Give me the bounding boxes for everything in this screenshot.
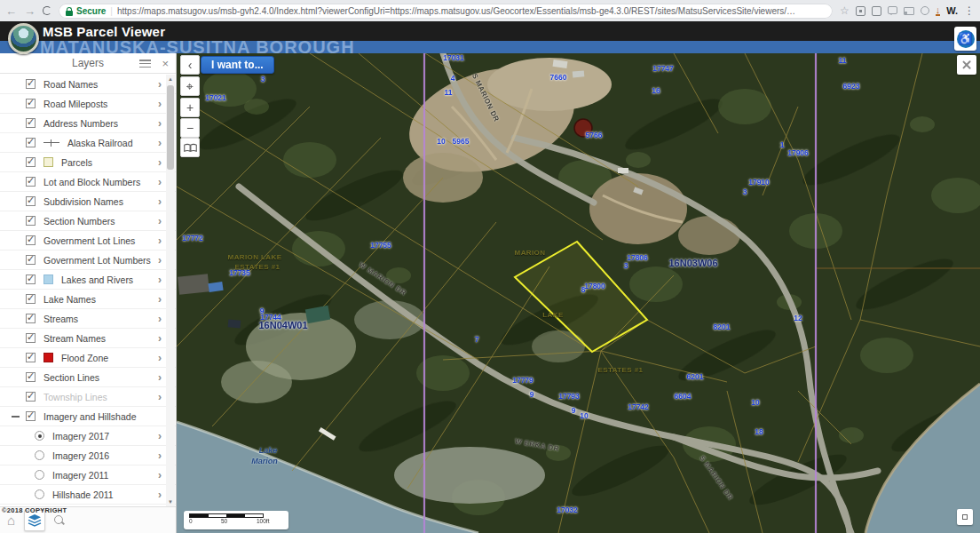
layer-item[interactable]: Imagery 2011› — [0, 465, 176, 485]
layer-checkbox[interactable] — [26, 255, 36, 265]
bookmarks-button[interactable] — [180, 138, 200, 157]
extension-circle-icon[interactable] — [921, 6, 929, 15]
scrollbar-thumb[interactable] — [167, 85, 174, 170]
search-icon[interactable] — [54, 515, 65, 526]
chevron-right-icon[interactable]: › — [158, 489, 162, 501]
cast-icon[interactable] — [904, 7, 914, 15]
layer-item[interactable]: Government Lot Numbers› — [0, 251, 176, 270]
layer-item[interactable]: Lake Names› — [0, 290, 176, 309]
layer-checkbox[interactable] — [26, 177, 36, 187]
chevron-right-icon[interactable]: › — [158, 293, 162, 306]
chevron-right-icon[interactable]: › — [158, 449, 162, 462]
layer-item[interactable]: Hillshade 2011› — [0, 485, 176, 505]
chevron-right-icon[interactable]: › — [158, 176, 162, 188]
panel-menu-icon[interactable] — [139, 60, 151, 68]
browser-reload-icon[interactable] — [43, 6, 51, 15]
layer-checkbox[interactable] — [26, 118, 36, 128]
collapse-panel-button[interactable]: ‹ — [180, 55, 200, 75]
layer-item[interactable]: Parcels› — [0, 153, 176, 172]
map-canvas[interactable]: 1702131117031476601774716116923105965576… — [177, 53, 980, 533]
layer-item[interactable]: Streams› — [0, 309, 176, 329]
layer-item[interactable]: Government Lot Lines› — [0, 231, 176, 251]
chevron-right-icon[interactable]: › — [158, 391, 162, 403]
collapse-minus-icon[interactable] — [12, 416, 20, 418]
chevron-right-icon[interactable]: › — [158, 352, 162, 364]
zoom-in-button[interactable]: + — [180, 98, 200, 117]
chevron-right-icon[interactable]: › — [158, 235, 162, 247]
chevron-right-icon[interactable]: › — [158, 274, 162, 286]
chat-extension-icon[interactable] — [888, 6, 897, 14]
layer-item[interactable]: Stream Names› — [0, 329, 176, 348]
extension-icon[interactable] — [856, 6, 865, 16]
accessibility-button[interactable]: ♿ — [954, 27, 976, 51]
layer-checkbox[interactable] — [26, 274, 36, 284]
chevron-right-icon[interactable]: › — [158, 156, 162, 169]
layer-checkbox[interactable] — [26, 157, 36, 167]
map-tools-button[interactable] — [957, 55, 976, 75]
chevron-right-icon[interactable]: › — [158, 469, 162, 481]
layers-scrollbar[interactable]: ▲ ▼ — [166, 75, 175, 506]
layer-item[interactable]: Section Numbers› — [0, 211, 176, 231]
layer-checkbox[interactable] — [26, 196, 36, 206]
download-icon[interactable]: ↓ — [936, 6, 941, 16]
extension-icon[interactable] — [872, 6, 881, 16]
layer-item[interactable]: Road Names› — [0, 75, 176, 94]
layer-item[interactable]: Subdivision Names› — [0, 192, 176, 211]
scroll-down-icon[interactable]: ▼ — [166, 497, 175, 506]
layer-checkbox[interactable] — [26, 216, 36, 226]
layer-checkbox[interactable] — [26, 235, 36, 245]
chevron-right-icon[interactable]: › — [158, 78, 162, 91]
layer-item[interactable]: Township Lines› — [0, 387, 176, 407]
layer-item[interactable]: Imagery and Hillshade — [0, 407, 176, 426]
chevron-right-icon[interactable]: › — [158, 215, 162, 227]
chevron-right-icon[interactable]: › — [158, 313, 162, 325]
layer-item[interactable]: Flood Zone› — [0, 348, 176, 368]
layer-checkbox[interactable] — [26, 314, 36, 323]
layer-checkbox[interactable] — [26, 392, 36, 402]
chevron-right-icon[interactable]: › — [158, 117, 162, 130]
layer-item[interactable]: Lakes and Rivers› — [0, 270, 176, 290]
layer-item[interactable]: Imagery 2016› — [0, 446, 176, 465]
scroll-up-icon[interactable]: ▲ — [166, 75, 175, 84]
layer-item[interactable]: Road Mileposts› — [0, 94, 176, 114]
layer-checkbox[interactable] — [26, 138, 36, 147]
chevron-right-icon[interactable]: › — [158, 254, 162, 266]
layer-radio[interactable] — [35, 489, 44, 499]
layer-label: Road Mileposts — [43, 99, 107, 109]
browser-forward-icon[interactable]: → — [24, 5, 36, 17]
home-icon[interactable]: ⌂ — [7, 513, 15, 528]
browser-menu-icon[interactable]: ⋮ — [964, 4, 975, 17]
chevron-right-icon[interactable]: › — [158, 371, 162, 384]
layer-item[interactable]: Lot and Block Numbers› — [0, 172, 176, 192]
layer-checkbox[interactable] — [26, 79, 36, 89]
bookmark-star-icon[interactable]: ☆ — [840, 4, 850, 17]
layer-checkbox[interactable] — [26, 99, 36, 108]
chevron-right-icon[interactable]: › — [158, 430, 162, 442]
open-book-icon — [184, 143, 197, 153]
locate-button[interactable]: ⌖ — [180, 76, 200, 96]
address-bar[interactable]: Secure | https://maps.matsugov.us/msb-gv… — [59, 4, 833, 19]
chevron-right-icon[interactable]: › — [158, 137, 162, 149]
layer-radio[interactable] — [35, 470, 44, 480]
layer-item[interactable]: Address Numbers› — [0, 114, 176, 133]
layers-panel-header: Layers × — [0, 53, 176, 74]
layer-item[interactable]: Imagery 2017› — [0, 426, 176, 446]
panel-close-icon[interactable]: × — [162, 57, 169, 70]
layer-checkbox[interactable] — [26, 411, 36, 421]
overview-map-button[interactable] — [957, 509, 973, 525]
i-want-to-button[interactable]: I want to... — [201, 56, 274, 74]
browser-back-icon[interactable]: ← — [5, 5, 17, 17]
layer-checkbox[interactable] — [26, 294, 36, 304]
layer-item[interactable]: Section Lines› — [0, 368, 176, 387]
layer-checkbox[interactable] — [26, 353, 36, 362]
chevron-right-icon[interactable]: › — [158, 332, 162, 345]
layer-checkbox[interactable] — [26, 372, 36, 382]
layer-checkbox[interactable] — [26, 333, 36, 343]
layer-radio[interactable] — [35, 431, 44, 441]
layer-item[interactable]: Alaska Railroad› — [0, 133, 176, 153]
zoom-out-button[interactable]: − — [180, 118, 200, 138]
chevron-right-icon[interactable]: › — [158, 98, 162, 110]
chevron-right-icon[interactable]: › — [158, 195, 162, 208]
wikipedia-extension-icon[interactable]: W. — [946, 5, 958, 16]
layer-radio[interactable] — [35, 450, 44, 460]
